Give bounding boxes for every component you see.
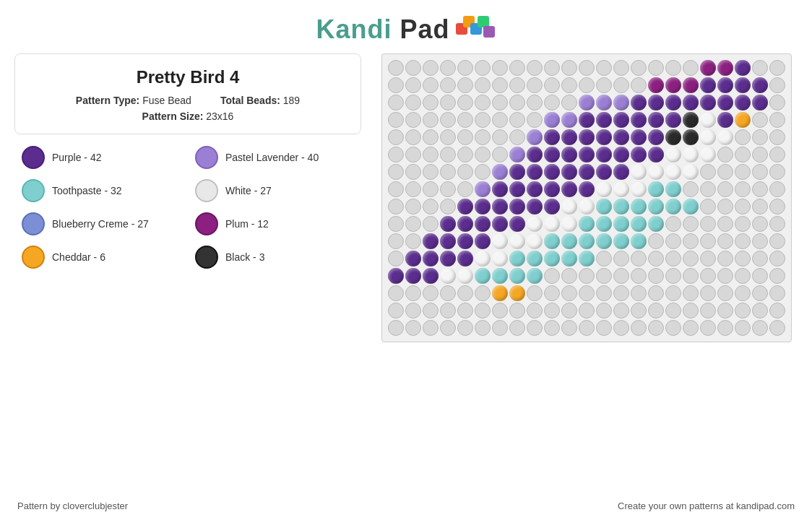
pattern-size-value: 23x16: [206, 110, 233, 122]
bead: [527, 129, 543, 145]
bead: [683, 129, 699, 145]
bead: [735, 95, 751, 110]
bead: [613, 320, 629, 336]
bead: [631, 60, 647, 76]
bead: [544, 268, 560, 284]
bead: [475, 303, 491, 318]
bead: [509, 199, 525, 214]
bead: [683, 147, 699, 162]
bead: [735, 60, 751, 76]
bead: [700, 129, 716, 145]
color-swatch: [22, 179, 45, 202]
color-label: Plum - 12: [225, 218, 269, 230]
pattern-beads: Total Beads: 189: [220, 95, 300, 106]
bead: [457, 181, 473, 197]
bead: [752, 233, 768, 249]
bead: [544, 181, 560, 197]
bead: [544, 199, 560, 214]
bead: [527, 112, 543, 128]
bead: [457, 77, 473, 93]
color-label: White - 27: [225, 185, 272, 196]
bead: [405, 233, 421, 249]
bead: [613, 303, 629, 318]
bead: [613, 216, 629, 232]
bead: [769, 147, 785, 162]
bead: [492, 147, 508, 162]
bead: [631, 164, 647, 180]
bead: [457, 216, 473, 232]
bead: [423, 216, 439, 232]
bead: [561, 320, 577, 336]
bead: [579, 251, 595, 266]
bead: [527, 199, 543, 214]
bead: [717, 129, 733, 145]
bead: [457, 268, 473, 284]
bead: [769, 285, 785, 301]
color-item: Purple - 42: [22, 146, 181, 169]
bead: [769, 60, 785, 76]
bead: [492, 285, 508, 301]
bead: [631, 268, 647, 284]
bead: [388, 320, 404, 336]
bead: [405, 251, 421, 266]
bead: [423, 181, 439, 197]
bead: [769, 216, 785, 232]
bead: [700, 285, 716, 301]
bead: [561, 147, 577, 162]
bead: [579, 60, 595, 76]
bead: [717, 95, 733, 110]
bead: [613, 129, 629, 145]
bead: [492, 129, 508, 145]
bead: [405, 147, 421, 162]
bead: [561, 77, 577, 93]
bead: [579, 95, 595, 110]
bead: [423, 320, 439, 336]
bead: [423, 129, 439, 145]
bead: [648, 129, 664, 145]
bead: [717, 216, 733, 232]
bead: [492, 164, 508, 180]
bead: [475, 216, 491, 232]
bead: [475, 112, 491, 128]
bead: [700, 303, 716, 318]
bead: [735, 147, 751, 162]
bead: [596, 95, 612, 110]
footer-credit: Pattern by cloverclubjester: [17, 500, 128, 511]
bead: [423, 233, 439, 249]
bead: [509, 233, 525, 249]
bead: [527, 268, 543, 284]
bead: [665, 216, 681, 232]
bead: [700, 320, 716, 336]
bead: [440, 60, 456, 76]
bead: [665, 77, 681, 93]
bead: [769, 303, 785, 318]
bead: [596, 320, 612, 336]
bead: [648, 285, 664, 301]
bead: [613, 199, 629, 214]
bead: [665, 60, 681, 76]
bead: [561, 164, 577, 180]
bead: [717, 233, 733, 249]
bead: [665, 303, 681, 318]
bead: [700, 77, 716, 93]
bead: [700, 233, 716, 249]
bead: [492, 112, 508, 128]
bead: [527, 285, 543, 301]
bead: [440, 320, 456, 336]
bead: [509, 320, 525, 336]
bead: [440, 164, 456, 180]
bead: [423, 164, 439, 180]
logo-kandi: Kandi: [316, 14, 392, 44]
bead: [683, 60, 699, 76]
bead: [457, 129, 473, 145]
bead: [527, 60, 543, 76]
bead: [665, 199, 681, 214]
bead: [700, 60, 716, 76]
bead: [717, 60, 733, 76]
bead: [613, 285, 629, 301]
bead: [492, 233, 508, 249]
bead: [544, 95, 560, 110]
bead: [509, 164, 525, 180]
bead: [388, 60, 404, 76]
bead: [509, 251, 525, 266]
